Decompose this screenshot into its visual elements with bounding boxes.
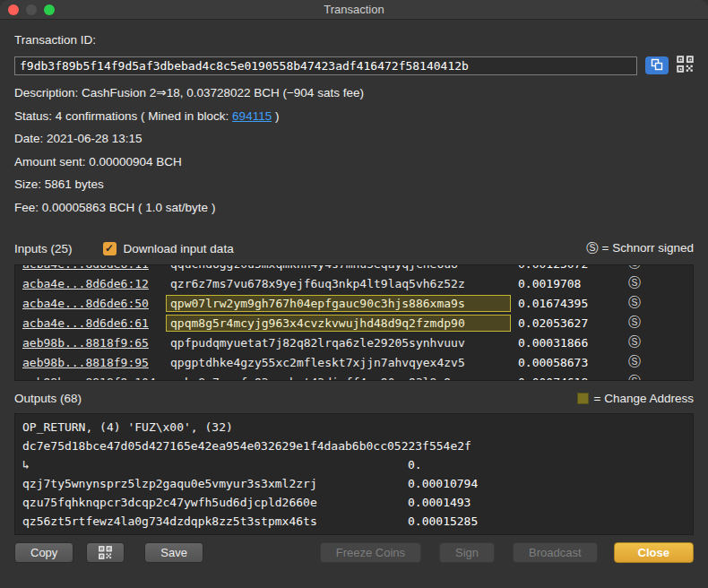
- input-address[interactable]: qquchd6ggz0u5mxqmkhh4y4s7mhu5eqayqjche6u…: [166, 264, 511, 272]
- qr-button[interactable]: [86, 542, 125, 563]
- input-txref-link[interactable]: aeb98b...8818f9:95: [22, 356, 166, 369]
- input-amount: 0.00125072: [511, 264, 617, 271]
- input-row[interactable]: acba4e...8d6de6:50 qpw07lrw2ym9gh767h04e…: [15, 293, 693, 313]
- input-address[interactable]: qpks8c7canfu93qxchst43dicff4aq90cu93l8n9…: [166, 374, 511, 382]
- input-row[interactable]: aeb98b...8818f9:95 qpgptdhke4gzy55xc2mfl…: [15, 352, 693, 372]
- input-amount: 0.0019708: [511, 277, 617, 290]
- input-txref-link[interactable]: acba4e...8d6de6:12: [22, 277, 166, 290]
- input-address[interactable]: qpgptdhke4gzy55xc2mfleskt7xjjn7ahvqyex4z…: [166, 354, 511, 371]
- output-row[interactable]: qzu75fqhknqpcr3dcqp2c47ywfh5ud6djcpld266…: [15, 493, 693, 512]
- date-line: Date: 2021-06-28 13:15: [14, 127, 694, 151]
- output-text[interactable]: dc7e75d18bce47d05d427165e42ea954e032629e…: [22, 439, 471, 453]
- output-row[interactable]: ↳ 0.: [15, 455, 693, 474]
- input-amount: 0.01674395: [511, 297, 617, 310]
- input-row[interactable]: acba4e...8d6de6:61 qpqm8g5r4mcyjg963x4cv…: [15, 313, 693, 333]
- qr-code-icon: [99, 546, 112, 559]
- input-txref-link[interactable]: aeb98b...8818f9:65: [22, 336, 166, 350]
- input-address[interactable]: qpqm8g5r4mcyjg963x4cvzkvwujhd48d9q2fzmdp…: [166, 315, 511, 332]
- output-row[interactable]: qzj7ty5wnynsprz5lzp2gaqu0e5vmyur3s3xml2z…: [15, 474, 693, 493]
- change-address-swatch-icon: [577, 393, 589, 404]
- input-txref-link[interactable]: acba4e...8d6de6:61: [22, 316, 166, 330]
- save-button[interactable]: Save: [144, 542, 203, 563]
- output-text[interactable]: qzj7ty5wnynsprz5lzp2gaqu0e5vmyur3s3xml2z…: [22, 477, 408, 490]
- output-row[interactable]: OP_RETURN, (4) 'FUZ\x00', (32): [15, 418, 693, 437]
- zoom-traffic-light-icon[interactable]: [44, 4, 55, 15]
- input-amount: 0.00031866: [511, 336, 617, 350]
- output-text[interactable]: OP_RETURN, (4) 'FUZ\x00', (32): [22, 420, 408, 434]
- outputs-list-inner: OP_RETURN, (4) 'FUZ\x00', (32) dc7e75d18…: [15, 414, 693, 535]
- input-row[interactable]: aeb98b...8818f9:104 qpks8c7canfu93qxchst…: [15, 372, 693, 381]
- size-line: Size: 5861 bytes: [14, 173, 694, 196]
- input-txref-link[interactable]: acba4e...8d6de6:11: [22, 264, 166, 271]
- copy-icon: [651, 58, 663, 74]
- outputs-list[interactable]: OP_RETURN, (4) 'FUZ\x00', (32) dc7e75d18…: [14, 413, 694, 535]
- txid-label: Transaction ID:: [14, 33, 694, 47]
- footer-toolbar: Copy: [14, 542, 694, 563]
- schnorr-signed-icon: Ⓢ: [617, 264, 652, 272]
- titlebar: Transaction: [0, 0, 708, 20]
- output-row[interactable]: dc7e75d18bce47d05d427165e42ea954e032629e…: [15, 437, 693, 455]
- schnorr-signed-icon: Ⓢ: [617, 354, 652, 370]
- output-text[interactable]: qz56zt5rtfewz4la0g734dzdqpk8zz5t3stpmx46…: [22, 514, 408, 528]
- transaction-dialog: Transaction Transaction ID:: [0, 0, 708, 588]
- copy-button[interactable]: Copy: [14, 542, 73, 563]
- input-amount: 0.02053627: [511, 316, 617, 330]
- mined-block-link[interactable]: 694115: [232, 109, 272, 123]
- input-txref-link[interactable]: acba4e...8d6de6:50: [22, 297, 166, 310]
- amount-sent-line: Amount sent: 0.00000904 BCH: [14, 151, 694, 174]
- input-row[interactable]: acba4e...8d6de6:12 qzr6z7ms7vu678x9yejf6…: [15, 273, 693, 293]
- output-amount: 0.00010794: [408, 477, 478, 490]
- output-amount: 0.00015535: [408, 533, 478, 535]
- schnorr-legend: Ⓢ = Schnorr signed: [586, 240, 694, 256]
- change-address-legend: = Change Address: [577, 392, 694, 405]
- status-suffix: ): [272, 109, 279, 123]
- status-text: Status: 4 confirmations ( Mined in block…: [14, 109, 232, 123]
- output-text[interactable]: qqwju0l34vxw5fpvdzqf675lwf6wzvmnvslj2ql4…: [22, 533, 408, 535]
- input-amount: 0.00074618: [511, 376, 617, 382]
- fee-line: Fee: 0.00005863 BCH ( 1.0 sat/byte ): [14, 196, 694, 220]
- traffic-lights: [8, 4, 55, 15]
- input-row[interactable]: aeb98b...8818f9:65 qpfpudqmyuetat7j82q82…: [15, 333, 693, 352]
- output-text[interactable]: qzu75fqhknqpcr3dcqp2c47ywfh5ud6djcpld266…: [22, 496, 408, 509]
- change-address-legend-text: = Change Address: [594, 392, 694, 405]
- input-address[interactable]: qpw07lrw2ym9gh767h04epfgauc90c3hjs886xma…: [166, 295, 511, 312]
- download-input-data-checkbox[interactable]: ✓ Download input data: [103, 242, 234, 255]
- input-row[interactable]: acba4e...8d6de6:11 qquchd6ggz0u5mxqmkhh4…: [15, 264, 693, 273]
- output-amount: 0.00015285: [408, 514, 478, 528]
- schnorr-signed-icon: Ⓢ: [617, 334, 652, 350]
- outputs-count-label: Outputs (68): [14, 392, 82, 405]
- input-address[interactable]: qpfpudqmyuetat7j82q82lrqa6zle29205synhvu…: [166, 334, 511, 351]
- schnorr-signed-icon: Ⓢ: [617, 374, 652, 381]
- schnorr-signed-icon: Ⓢ: [617, 275, 652, 291]
- output-amount: 0.0001493: [408, 496, 471, 509]
- input-address[interactable]: qzr6z7ms7vu678x9yejf6uq3nkp4lt9laq5vh6z5…: [166, 275, 511, 292]
- download-input-data-label: Download input data: [124, 242, 234, 255]
- output-text[interactable]: ↳: [22, 458, 408, 471]
- minimize-traffic-light-icon: [26, 4, 37, 15]
- inputs-list[interactable]: acba4e...8d6de6:11 qquchd6ggz0u5mxqmkhh4…: [14, 264, 694, 381]
- copy-txid-button[interactable]: [645, 56, 669, 74]
- close-button[interactable]: Close: [614, 542, 694, 563]
- sign-button[interactable]: Sign: [439, 542, 495, 563]
- inputs-count-label: Inputs (25): [14, 242, 73, 255]
- freeze-coins-button[interactable]: Freeze Coins: [320, 542, 421, 563]
- broadcast-button[interactable]: Broadcast: [513, 542, 598, 563]
- txid-input[interactable]: [14, 56, 637, 75]
- qr-code-icon: [677, 56, 694, 75]
- window-title: Transaction: [0, 3, 708, 16]
- inputs-list-inner: acba4e...8d6de6:11 qquchd6ggz0u5mxqmkhh4…: [15, 264, 693, 381]
- close-traffic-light-icon[interactable]: [8, 4, 19, 15]
- input-amount: 0.00058673: [511, 356, 617, 369]
- status-line: Status: 4 confirmations ( Mined in block…: [14, 105, 694, 128]
- schnorr-signed-icon: Ⓢ: [617, 295, 652, 311]
- output-row[interactable]: qz56zt5rtfewz4la0g734dzdqpk8zz5t3stpmx46…: [15, 512, 693, 531]
- input-txref-link[interactable]: aeb98b...8818f9:104: [22, 376, 166, 382]
- checkbox-checked-icon[interactable]: ✓: [103, 242, 117, 255]
- output-amount: 0.: [408, 458, 422, 471]
- schnorr-signed-icon: Ⓢ: [617, 315, 652, 331]
- description-line: Description: CashFusion 2⇒18, 0.03728022…: [14, 82, 694, 105]
- show-qr-button[interactable]: [677, 56, 694, 75]
- output-row[interactable]: qqwju0l34vxw5fpvdzqf675lwf6wzvmnvslj2ql4…: [15, 531, 693, 535]
